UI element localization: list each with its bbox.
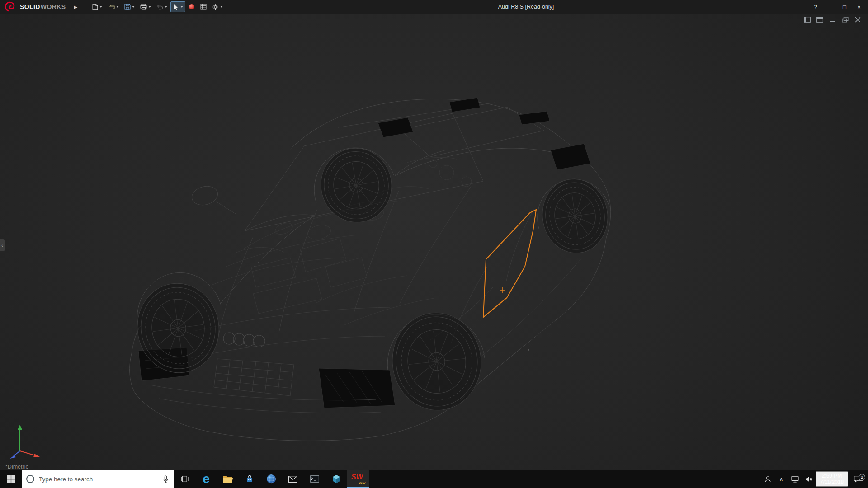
cube-app-icon — [332, 474, 341, 483]
close-button[interactable]: × — [852, 0, 866, 14]
solidworks-logo: SOLIDWORKS — [5, 1, 66, 12]
view-orientation-label: *Dimetric — [5, 464, 28, 470]
clock-time: 2:59 PM — [819, 473, 844, 479]
wheel-rear-right — [538, 175, 612, 258]
notification-count-badge: 2 — [859, 474, 865, 481]
tray-people-button[interactable] — [761, 476, 774, 483]
tray-show-hidden-button[interactable]: ∧ — [775, 476, 788, 482]
task-view-icon — [180, 475, 189, 483]
car-grille — [214, 359, 294, 396]
doc-minimize-button[interactable] — [828, 17, 836, 23]
select-cursor-icon — [173, 3, 179, 10]
brand-solid: SOLID — [20, 3, 40, 10]
store-icon — [245, 475, 254, 483]
help-button[interactable]: ? — [808, 0, 823, 14]
doc-close-button[interactable] — [854, 17, 862, 23]
wheel-front-right — [387, 309, 486, 415]
side-mirror — [190, 184, 236, 214]
window-controls: ? − □ × — [808, 0, 866, 14]
task-view-button[interactable] — [174, 470, 195, 488]
screen: SOLIDWORKS ▶ — [0, 0, 868, 488]
dropdown-caret-icon — [116, 6, 119, 8]
ds-logo-icon — [5, 1, 18, 12]
doc-pane-top-button[interactable] — [816, 17, 824, 23]
car-wireframe — [0, 14, 868, 470]
save-icon — [124, 4, 131, 10]
panel-flyout-tab[interactable]: ‹ — [0, 239, 5, 251]
new-document-icon — [92, 4, 98, 10]
action-center-button[interactable]: 2 — [849, 475, 866, 483]
undo-icon — [156, 4, 163, 10]
file-explorer-icon — [223, 475, 233, 483]
windows-logo-icon — [7, 475, 15, 483]
new-document-button[interactable] — [90, 1, 104, 12]
search-input[interactable] — [38, 475, 159, 483]
cortana-icon — [26, 475, 34, 483]
tray-network-button[interactable] — [788, 476, 801, 483]
chevron-up-icon: ∧ — [779, 476, 783, 482]
file-properties-icon — [200, 4, 207, 10]
stray-vertex-dot — [528, 349, 529, 351]
dropdown-caret-icon — [180, 6, 183, 8]
taskbar: e SW 2017 — [0, 470, 868, 488]
globe-app-icon — [266, 474, 276, 484]
solidworks-year: 2017 — [359, 481, 366, 484]
dropdown-caret-icon — [132, 6, 135, 8]
orientation-triad — [3, 421, 46, 460]
appearance-ball-icon — [189, 4, 195, 10]
viewport-3d[interactable]: ‹ *Dimetric — [0, 14, 868, 470]
dropdown-caret-icon — [220, 6, 223, 8]
taskbar-item-solidworks[interactable]: SW 2017 — [347, 470, 369, 488]
clock-date: 7/11/2018 — [819, 479, 844, 485]
document-window-controls — [803, 17, 862, 23]
solidworks-app-icon: SW 2017 — [350, 473, 366, 485]
window-title: Audi R8 S [Read-only] — [498, 0, 554, 14]
maximize-button[interactable]: □ — [837, 0, 852, 14]
dropdown-caret-icon — [99, 6, 102, 8]
taskbar-item-browser-globe[interactable] — [260, 470, 282, 488]
minimize-button[interactable]: − — [823, 0, 837, 14]
save-button[interactable] — [122, 1, 137, 12]
command-prompt-icon — [310, 475, 319, 483]
gear-icon — [212, 4, 219, 10]
audi-rings — [223, 333, 265, 347]
edge-icon: e — [203, 473, 210, 485]
people-icon — [764, 476, 772, 483]
print-icon — [140, 4, 147, 10]
brand-works: WORKS — [41, 3, 66, 10]
file-properties-button[interactable] — [198, 1, 209, 12]
taskbar-item-store[interactable] — [239, 470, 260, 488]
quick-access-toolbar — [90, 1, 225, 12]
network-icon — [791, 476, 799, 483]
taskbar-item-mail[interactable] — [282, 470, 304, 488]
start-button[interactable] — [0, 470, 22, 488]
tray-volume-button[interactable] — [802, 476, 815, 483]
dropdown-caret-icon — [165, 6, 167, 8]
appearance-button[interactable] — [186, 1, 197, 12]
undo-button[interactable] — [154, 1, 170, 12]
taskbar-item-command-prompt[interactable] — [304, 470, 326, 488]
titlebar: SOLIDWORKS ▶ — [0, 0, 868, 14]
taskbar-item-3d-app[interactable] — [326, 470, 347, 488]
open-folder-icon — [108, 4, 115, 10]
open-button[interactable] — [105, 1, 121, 12]
print-button[interactable] — [138, 1, 153, 12]
dropdown-caret-icon — [148, 6, 151, 8]
taskbar-item-file-explorer[interactable] — [217, 470, 239, 488]
selected-face-highlight — [483, 210, 536, 317]
system-tray: ∧ 2:59 PM 7/11/2018 2 — [761, 470, 868, 488]
mail-icon — [288, 476, 297, 483]
taskbar-search[interactable] — [22, 470, 174, 488]
options-button[interactable] — [210, 1, 225, 12]
doc-pane-left-button[interactable] — [803, 17, 811, 23]
taskbar-item-edge[interactable]: e — [195, 470, 217, 488]
tray-clock[interactable]: 2:59 PM 7/11/2018 — [816, 471, 848, 487]
menu-expand-button[interactable]: ▶ — [72, 4, 79, 10]
solidworks-sw-letters: SW — [351, 473, 363, 481]
speaker-icon — [805, 476, 812, 483]
doc-restore-button[interactable] — [841, 17, 849, 23]
microphone-icon[interactable] — [162, 475, 169, 483]
select-button[interactable] — [170, 1, 185, 12]
